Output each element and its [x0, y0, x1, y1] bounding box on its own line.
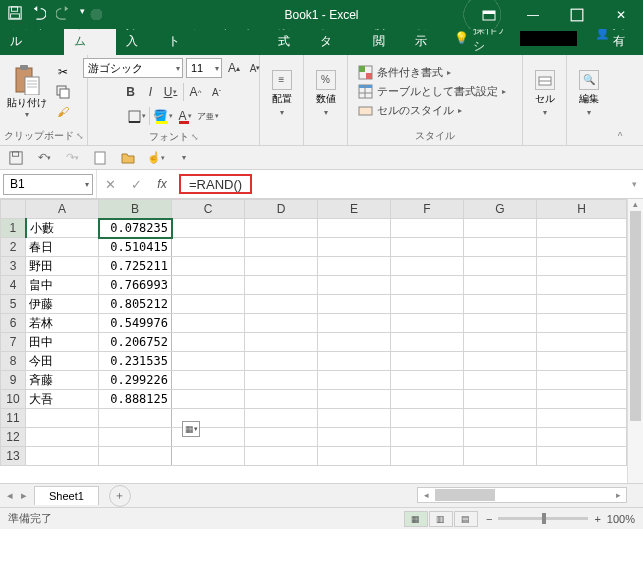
cell[interactable] [172, 314, 245, 333]
cell[interactable]: 田中 [26, 333, 99, 352]
new-sheet-button[interactable]: ＋ [109, 485, 131, 507]
autofill-options-button[interactable]: ▦▾ [182, 421, 200, 437]
expand-formula-bar-button[interactable]: ▾ [625, 179, 643, 189]
row-header[interactable]: 11 [1, 409, 26, 428]
cell[interactable] [245, 447, 318, 466]
cell[interactable] [464, 447, 537, 466]
fill-color-button[interactable]: 🪣 [153, 106, 173, 126]
cell[interactable] [318, 257, 391, 276]
page-break-view-button[interactable]: ▤ [454, 511, 478, 527]
cell[interactable] [537, 371, 627, 390]
cell[interactable] [172, 447, 245, 466]
row-header[interactable]: 13 [1, 447, 26, 466]
cell[interactable] [318, 314, 391, 333]
bold-button[interactable]: B [122, 82, 140, 102]
cell[interactable] [391, 295, 464, 314]
cancel-formula-button[interactable]: ✕ [97, 170, 123, 198]
cell[interactable] [537, 314, 627, 333]
cell[interactable]: 0.766993 [99, 276, 172, 295]
cell[interactable] [172, 295, 245, 314]
increase-font-alt[interactable]: A^ [187, 82, 205, 102]
conditional-formatting-button[interactable]: 条件付き書式 ▸ [358, 65, 506, 80]
cell[interactable] [391, 447, 464, 466]
touch-mode-icon[interactable]: ☝ ▾ [146, 149, 166, 167]
cell[interactable] [391, 333, 464, 352]
cell[interactable] [391, 428, 464, 447]
cell[interactable] [391, 238, 464, 257]
cell[interactable] [318, 390, 391, 409]
row-header[interactable]: 10 [1, 390, 26, 409]
cell[interactable] [391, 314, 464, 333]
cell[interactable] [99, 409, 172, 428]
new-icon[interactable] [90, 149, 110, 167]
cell[interactable] [537, 390, 627, 409]
cell[interactable] [245, 390, 318, 409]
cell[interactable] [245, 409, 318, 428]
col-header[interactable]: A [26, 200, 99, 219]
cell[interactable]: 畠中 [26, 276, 99, 295]
cell[interactable] [26, 447, 99, 466]
zoom-slider[interactable] [498, 517, 588, 520]
sheet-nav-last-icon[interactable]: ▸ [18, 489, 30, 502]
cell[interactable] [537, 409, 627, 428]
cell[interactable] [172, 390, 245, 409]
increase-font-button[interactable]: A▴ [225, 58, 243, 78]
maximize-button[interactable] [555, 0, 599, 29]
cell[interactable] [318, 295, 391, 314]
col-header[interactable]: D [245, 200, 318, 219]
dialog-launcher-icon[interactable]: ⤡ [76, 131, 84, 141]
cell[interactable] [26, 428, 99, 447]
font-name-select[interactable]: 游ゴシック▾ [83, 58, 183, 78]
collapse-ribbon-button[interactable]: ^ [611, 55, 629, 145]
cell[interactable] [318, 352, 391, 371]
cell[interactable]: 0.299226 [99, 371, 172, 390]
cell[interactable] [464, 295, 537, 314]
row-header[interactable]: 6 [1, 314, 26, 333]
row-header[interactable]: 8 [1, 352, 26, 371]
cell[interactable] [318, 409, 391, 428]
cell[interactable] [537, 428, 627, 447]
cell[interactable] [245, 238, 318, 257]
italic-button[interactable]: I [142, 82, 160, 102]
cell[interactable] [245, 219, 318, 238]
normal-view-button[interactable]: ▦ [404, 511, 428, 527]
row-header[interactable]: 4 [1, 276, 26, 295]
cell[interactable] [245, 257, 318, 276]
border-button[interactable] [128, 106, 146, 126]
cell[interactable] [464, 428, 537, 447]
cell[interactable] [537, 447, 627, 466]
cell[interactable] [464, 314, 537, 333]
cell[interactable]: 今田 [26, 352, 99, 371]
cell[interactable] [537, 333, 627, 352]
page-layout-view-button[interactable]: ▥ [429, 511, 453, 527]
cell[interactable]: 小藪 [26, 219, 99, 238]
cell[interactable] [464, 390, 537, 409]
cell[interactable]: 野田 [26, 257, 99, 276]
sheet-nav-first-icon[interactable]: ◂ [4, 489, 16, 502]
cell[interactable] [537, 219, 627, 238]
cell[interactable] [245, 276, 318, 295]
format-as-table-button[interactable]: テーブルとして書式設定 ▸ [358, 84, 506, 99]
cell[interactable] [172, 257, 245, 276]
select-all-corner[interactable] [1, 200, 26, 219]
zoom-level[interactable]: 100% [607, 513, 635, 525]
cell[interactable] [245, 428, 318, 447]
cell[interactable] [537, 295, 627, 314]
cell[interactable] [391, 276, 464, 295]
col-header[interactable]: G [464, 200, 537, 219]
cell[interactable]: 0.510415 [99, 238, 172, 257]
row-header[interactable]: 1 [1, 219, 26, 238]
ribbon-display-options-icon[interactable] [467, 0, 511, 29]
save-icon[interactable] [6, 149, 26, 167]
cell[interactable] [464, 371, 537, 390]
cell[interactable] [318, 276, 391, 295]
dialog-launcher-icon[interactable]: ⤡ [191, 132, 199, 142]
cell[interactable] [391, 352, 464, 371]
number-group-collapsed[interactable]: %数値▾ [310, 70, 341, 117]
col-header[interactable]: F [391, 200, 464, 219]
row-header[interactable]: 7 [1, 333, 26, 352]
cell[interactable] [464, 219, 537, 238]
cell[interactable] [537, 276, 627, 295]
cell[interactable]: 0.725211 [99, 257, 172, 276]
cell[interactable]: 0.549976 [99, 314, 172, 333]
